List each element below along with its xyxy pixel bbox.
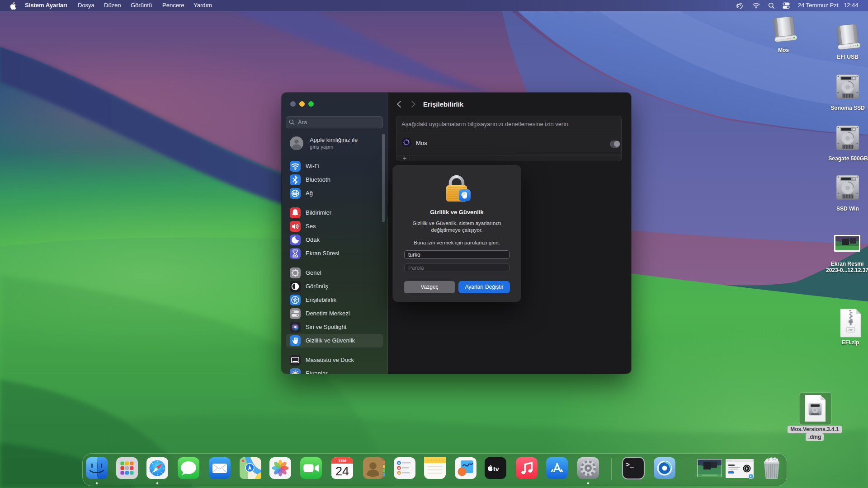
- svg-text:ZIP: ZIP: [848, 328, 853, 332]
- svg-text:24: 24: [335, 465, 349, 478]
- svg-text:>_: >_: [626, 461, 634, 469]
- svg-text:TEM: TEM: [339, 459, 346, 463]
- svg-text:tv: tv: [493, 465, 499, 473]
